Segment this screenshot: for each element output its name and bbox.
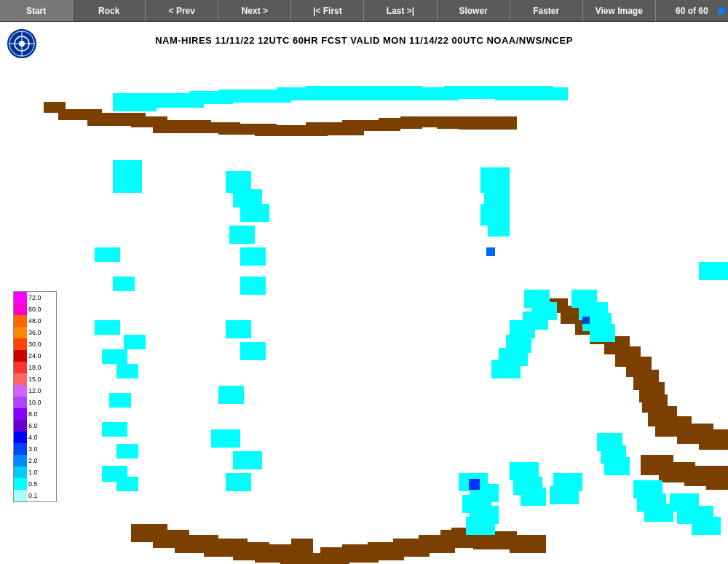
legend-item: 18.0 [14,362,56,373]
last-button[interactable]: Last >| [364,0,437,21]
legend-item: 72.0 [14,292,56,303]
status-indicator [718,7,725,15]
next-button[interactable]: Next > [218,0,291,21]
legend-item: 48.0 [14,315,56,327]
legend-item: 3.0 [14,443,56,455]
first-button[interactable]: |< First [291,0,364,21]
legend-item: 15.0 [14,373,56,385]
legend-item: 0.1 [14,490,56,501]
start-button[interactable]: Start [0,0,73,21]
rock-button[interactable]: Rock [73,0,146,21]
chart-title: NAM-HIRES 11/11/22 12UTC 60HR FCST VALID… [0,35,728,46]
legend-item: 12.0 [14,385,56,397]
legend-item: 36.0 [14,327,56,338]
legend-item: 2.0 [14,455,56,466]
legend-item: 1.0 [14,466,56,478]
prev-button[interactable]: < Prev [146,0,218,21]
legend-item: 6.0 [14,420,56,432]
toolbar: Start Rock < Prev Next > |< First Last >… [0,0,728,22]
legend-item: 30.0 [14,338,56,350]
weather-map [0,58,728,564]
legend-item: 24.0 [14,350,56,362]
main-content: NAM-HIRES 11/11/22 12UTC 60HR FCST VALID… [0,22,728,564]
slower-button[interactable]: Slower [438,0,510,21]
legend-item: 0.5 [14,478,56,490]
frame-counter: 60 of 60 [656,0,728,21]
legend-item: 60.0 [14,303,56,315]
view-image-button[interactable]: View Image [583,0,656,21]
legend-item: 10.0 [14,397,56,408]
legend-item: 8.0 [14,408,56,420]
faster-button[interactable]: Faster [510,0,583,21]
legend-item: 4.0 [14,432,56,443]
color-legend: 72.0 60.0 48.0 36.0 30.0 24.0 18.0 15.0 [13,291,57,502]
